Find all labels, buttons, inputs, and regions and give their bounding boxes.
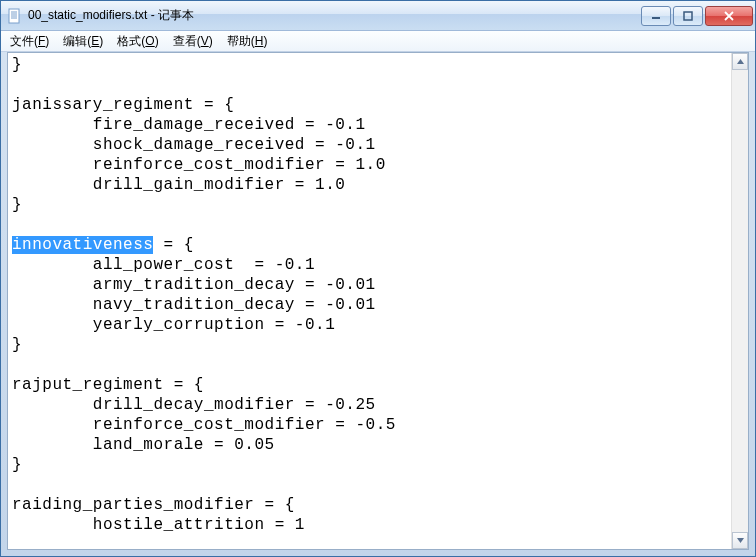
svg-rect-6	[684, 12, 692, 20]
notepad-window: 00_static_modifiers.txt - 记事本 文件(F) 编辑(E…	[0, 0, 756, 557]
text-after: = { all_power_cost = -0.1 army_tradition…	[12, 236, 396, 534]
text-before: } janissary_regiment = { fire_damage_rec…	[12, 56, 386, 214]
scroll-track[interactable]	[732, 70, 748, 532]
maximize-button[interactable]	[673, 6, 703, 26]
scroll-down-button[interactable]	[732, 532, 748, 549]
text-selection: innovativeness	[12, 236, 153, 254]
menubar: 文件(F) 编辑(E) 格式(O) 查看(V) 帮助(H)	[1, 31, 755, 52]
window-title: 00_static_modifiers.txt - 记事本	[28, 7, 641, 24]
menu-edit[interactable]: 编辑(E)	[56, 31, 110, 52]
close-button[interactable]	[705, 6, 753, 26]
menu-file[interactable]: 文件(F)	[3, 31, 56, 52]
menu-format[interactable]: 格式(O)	[110, 31, 165, 52]
scroll-up-button[interactable]	[732, 53, 748, 70]
app-icon	[7, 8, 23, 24]
svg-rect-5	[652, 17, 660, 19]
titlebar[interactable]: 00_static_modifiers.txt - 记事本	[1, 1, 755, 31]
window-controls	[641, 6, 753, 26]
menu-view[interactable]: 查看(V)	[166, 31, 220, 52]
text-editor[interactable]: } janissary_regiment = { fire_damage_rec…	[8, 53, 731, 549]
minimize-button[interactable]	[641, 6, 671, 26]
vertical-scrollbar[interactable]	[731, 53, 748, 549]
menu-help[interactable]: 帮助(H)	[220, 31, 275, 52]
client-area: } janissary_regiment = { fire_damage_rec…	[7, 52, 749, 550]
